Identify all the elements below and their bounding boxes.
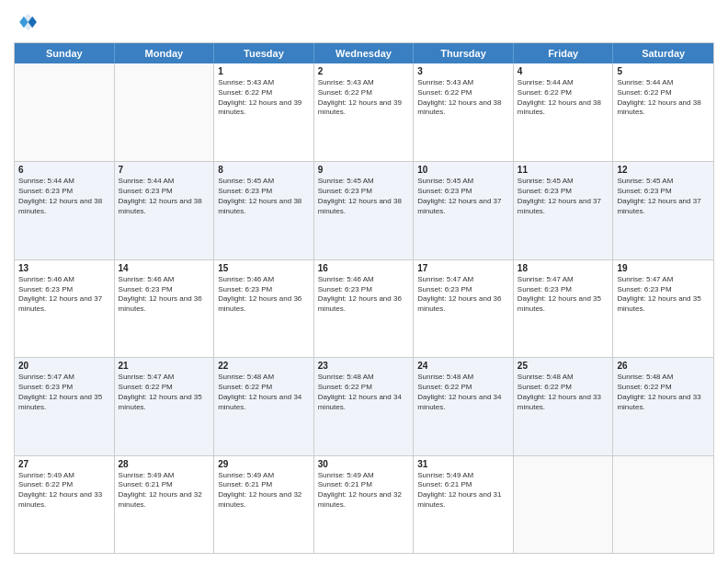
cal-cell: 26Sunrise: 5:48 AM Sunset: 6:22 PM Dayli… (613, 358, 713, 454)
day-number: 21 (119, 361, 210, 371)
cal-cell: 6Sunrise: 5:44 AM Sunset: 6:23 PM Daylig… (15, 162, 115, 259)
cal-cell: 22Sunrise: 5:48 AM Sunset: 6:22 PM Dayli… (214, 358, 314, 454)
cal-cell: 7Sunrise: 5:44 AM Sunset: 6:23 PM Daylig… (115, 162, 215, 259)
cell-detail: Sunrise: 5:43 AM Sunset: 6:22 PM Dayligh… (218, 78, 310, 118)
header-day-friday: Friday (514, 43, 614, 63)
cell-detail: Sunrise: 5:49 AM Sunset: 6:21 PM Dayligh… (119, 471, 210, 511)
calendar: SundayMondayTuesdayWednesdayThursdayFrid… (14, 42, 714, 554)
cal-cell (514, 456, 614, 553)
day-number: 15 (218, 263, 310, 273)
day-number: 2 (318, 66, 410, 76)
day-number: 24 (417, 361, 509, 371)
cal-cell: 31Sunrise: 5:49 AM Sunset: 6:21 PM Dayli… (414, 456, 514, 553)
cal-cell: 9Sunrise: 5:45 AM Sunset: 6:23 PM Daylig… (314, 162, 415, 259)
day-number: 29 (218, 459, 310, 469)
day-number: 19 (617, 263, 710, 273)
day-number: 8 (218, 165, 310, 175)
cell-detail: Sunrise: 5:48 AM Sunset: 6:22 PM Dayligh… (417, 373, 509, 412)
cell-detail: Sunrise: 5:45 AM Sunset: 6:23 PM Dayligh… (218, 177, 310, 216)
day-number: 22 (218, 361, 310, 371)
cal-cell: 13Sunrise: 5:46 AM Sunset: 6:23 PM Dayli… (15, 260, 115, 357)
day-number: 3 (417, 66, 509, 76)
cal-cell: 27Sunrise: 5:49 AM Sunset: 6:22 PM Dayli… (15, 456, 115, 553)
cell-detail: Sunrise: 5:45 AM Sunset: 6:23 PM Dayligh… (518, 177, 609, 216)
week-row-2: 6Sunrise: 5:44 AM Sunset: 6:23 PM Daylig… (15, 161, 713, 259)
header-day-wednesday: Wednesday (314, 43, 415, 63)
cell-detail: Sunrise: 5:47 AM Sunset: 6:23 PM Dayligh… (18, 373, 110, 412)
day-number: 5 (617, 66, 710, 76)
cal-cell: 28Sunrise: 5:49 AM Sunset: 6:21 PM Dayli… (115, 456, 215, 553)
page: SundayMondayTuesdayWednesdayThursdayFrid… (0, 0, 728, 563)
header-day-tuesday: Tuesday (214, 43, 314, 63)
cell-detail: Sunrise: 5:47 AM Sunset: 6:23 PM Dayligh… (417, 275, 509, 315)
cell-detail: Sunrise: 5:45 AM Sunset: 6:23 PM Dayligh… (318, 177, 410, 216)
day-number: 26 (617, 361, 710, 371)
week-row-3: 13Sunrise: 5:46 AM Sunset: 6:23 PM Dayli… (15, 259, 713, 357)
day-number: 31 (417, 459, 509, 469)
week-row-1: 1Sunrise: 5:43 AM Sunset: 6:22 PM Daylig… (15, 63, 713, 161)
cal-cell: 24Sunrise: 5:48 AM Sunset: 6:22 PM Dayli… (414, 358, 514, 454)
cell-detail: Sunrise: 5:44 AM Sunset: 6:22 PM Dayligh… (518, 78, 609, 118)
header-day-thursday: Thursday (414, 43, 514, 63)
day-number: 1 (218, 66, 310, 76)
cal-cell: 2Sunrise: 5:43 AM Sunset: 6:22 PM Daylig… (314, 63, 415, 161)
cell-detail: Sunrise: 5:45 AM Sunset: 6:23 PM Dayligh… (617, 177, 710, 216)
cell-detail: Sunrise: 5:48 AM Sunset: 6:22 PM Dayligh… (518, 373, 609, 412)
day-number: 12 (617, 165, 710, 175)
cell-detail: Sunrise: 5:44 AM Sunset: 6:23 PM Dayligh… (119, 177, 210, 216)
day-number: 18 (518, 263, 609, 273)
cal-cell: 18Sunrise: 5:47 AM Sunset: 6:23 PM Dayli… (514, 260, 614, 357)
day-number: 23 (318, 361, 410, 371)
cell-detail: Sunrise: 5:44 AM Sunset: 6:23 PM Dayligh… (18, 177, 110, 216)
cell-detail: Sunrise: 5:49 AM Sunset: 6:22 PM Dayligh… (18, 471, 110, 511)
cell-detail: Sunrise: 5:47 AM Sunset: 6:23 PM Dayligh… (617, 275, 710, 315)
day-number: 28 (119, 459, 210, 469)
cell-detail: Sunrise: 5:48 AM Sunset: 6:22 PM Dayligh… (218, 373, 310, 412)
cal-cell: 15Sunrise: 5:46 AM Sunset: 6:23 PM Dayli… (214, 260, 314, 357)
day-number: 4 (518, 66, 609, 76)
cell-detail: Sunrise: 5:43 AM Sunset: 6:22 PM Dayligh… (417, 78, 509, 118)
day-number: 30 (318, 459, 410, 469)
week-row-5: 27Sunrise: 5:49 AM Sunset: 6:22 PM Dayli… (15, 455, 713, 553)
cal-cell: 10Sunrise: 5:45 AM Sunset: 6:23 PM Dayli… (414, 162, 514, 259)
day-number: 14 (119, 263, 210, 273)
calendar-header: SundayMondayTuesdayWednesdayThursdayFrid… (15, 43, 713, 63)
cal-cell: 20Sunrise: 5:47 AM Sunset: 6:23 PM Dayli… (15, 358, 115, 454)
cell-detail: Sunrise: 5:45 AM Sunset: 6:23 PM Dayligh… (417, 177, 509, 216)
cal-cell (15, 63, 115, 161)
cell-detail: Sunrise: 5:43 AM Sunset: 6:22 PM Dayligh… (318, 78, 410, 118)
calendar-body: 1Sunrise: 5:43 AM Sunset: 6:22 PM Daylig… (15, 63, 713, 553)
header-day-sunday: Sunday (15, 43, 115, 63)
header-day-saturday: Saturday (613, 43, 713, 63)
week-row-4: 20Sunrise: 5:47 AM Sunset: 6:23 PM Dayli… (15, 357, 713, 454)
header (14, 9, 714, 35)
cal-cell: 29Sunrise: 5:49 AM Sunset: 6:21 PM Dayli… (214, 456, 314, 553)
cal-cell: 4Sunrise: 5:44 AM Sunset: 6:22 PM Daylig… (514, 63, 614, 161)
generalblue-icon (14, 9, 40, 35)
cal-cell: 16Sunrise: 5:46 AM Sunset: 6:23 PM Dayli… (314, 260, 415, 357)
cell-detail: Sunrise: 5:47 AM Sunset: 6:23 PM Dayligh… (518, 275, 609, 315)
cell-detail: Sunrise: 5:46 AM Sunset: 6:23 PM Dayligh… (218, 275, 310, 315)
cell-detail: Sunrise: 5:49 AM Sunset: 6:21 PM Dayligh… (417, 471, 509, 511)
cal-cell (613, 456, 713, 553)
cell-detail: Sunrise: 5:49 AM Sunset: 6:21 PM Dayligh… (218, 471, 310, 511)
cell-detail: Sunrise: 5:48 AM Sunset: 6:22 PM Dayligh… (617, 373, 710, 412)
day-number: 16 (318, 263, 410, 273)
day-number: 27 (18, 459, 110, 469)
day-number: 10 (417, 165, 509, 175)
day-number: 7 (119, 165, 210, 175)
cal-cell: 1Sunrise: 5:43 AM Sunset: 6:22 PM Daylig… (214, 63, 314, 161)
cal-cell: 21Sunrise: 5:47 AM Sunset: 6:22 PM Dayli… (115, 358, 215, 454)
day-number: 20 (18, 361, 110, 371)
day-number: 9 (318, 165, 410, 175)
cal-cell: 25Sunrise: 5:48 AM Sunset: 6:22 PM Dayli… (514, 358, 614, 454)
cell-detail: Sunrise: 5:46 AM Sunset: 6:23 PM Dayligh… (119, 275, 210, 315)
cal-cell: 5Sunrise: 5:44 AM Sunset: 6:22 PM Daylig… (613, 63, 713, 161)
cell-detail: Sunrise: 5:47 AM Sunset: 6:22 PM Dayligh… (119, 373, 210, 412)
cal-cell: 3Sunrise: 5:43 AM Sunset: 6:22 PM Daylig… (414, 63, 514, 161)
header-day-monday: Monday (115, 43, 215, 63)
day-number: 25 (518, 361, 609, 371)
day-number: 6 (18, 165, 110, 175)
day-number: 17 (417, 263, 509, 273)
day-number: 13 (18, 263, 110, 273)
